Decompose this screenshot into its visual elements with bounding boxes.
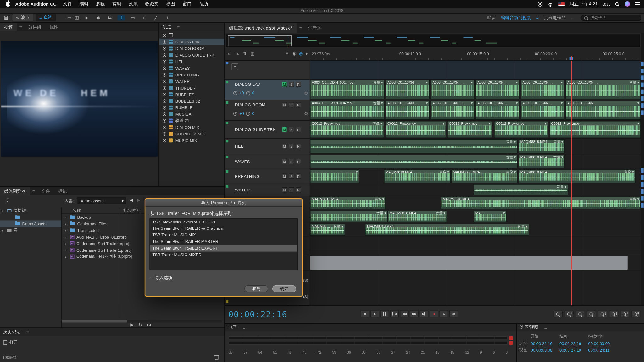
razor-tool[interactable]: ◆	[95, 15, 102, 20]
pan-knob[interactable]	[246, 91, 250, 95]
disclosure-icon[interactable]: ›	[65, 254, 68, 259]
solo-button[interactable]: S	[289, 127, 294, 132]
playhead-time-display[interactable]: 00:00:22:16	[228, 310, 287, 319]
menu-item[interactable]: 效果	[129, 1, 138, 7]
sequence-item[interactable]: The Seam Btwn TRAILER w/ Graphics	[150, 225, 297, 232]
record-arm-button[interactable]: R	[296, 159, 301, 164]
audio-clip[interactable]: A003_C0...13XN_...▾	[431, 80, 475, 99]
audio-clip[interactable]: MAQM8818.MP4音量 ▾	[519, 139, 565, 154]
zoom-selection-button[interactable]: ⊡	[620, 311, 629, 317]
tab-1[interactable]: 视频	[0, 23, 17, 31]
zoom-out-amplitude-button[interactable]: -	[554, 311, 563, 317]
preview-play-icon[interactable]: ▶	[130, 323, 134, 327]
timeline-lane[interactable]: MAQM8818.MP4声像 ▾MAQM8818.MP4声像 ▾	[310, 196, 641, 210]
wifi-icon[interactable]	[547, 2, 554, 6]
audio-clip[interactable]: A003_C0...13XN_0...▾	[431, 101, 475, 120]
clip-dropdown[interactable]: ▾	[637, 101, 639, 105]
audio-clip[interactable]: MAQM8818.MP4声像 ▾	[441, 197, 641, 209]
track-header[interactable]: BREATHINGMSR	[225, 169, 310, 184]
track-list-item[interactable]: HELI	[159, 58, 224, 65]
clip-indicator-left[interactable]	[509, 336, 513, 340]
disclosure-icon[interactable]: ›	[2, 208, 5, 213]
audio-clip[interactable]: 音量 ▾	[474, 184, 568, 195]
track-visibility-icon[interactable]	[163, 119, 166, 123]
panel-menu-icon[interactable]: ≡	[175, 25, 182, 30]
audio-clip[interactable]: MAQM8818.MP4声像 ▾	[519, 169, 636, 183]
video-track-menu-icon[interactable]: ≡	[232, 63, 238, 70]
panel-menu-icon[interactable]: ≡	[30, 189, 37, 194]
menu-item[interactable]: 帮助	[199, 1, 208, 7]
record-arm-button[interactable]: R	[296, 82, 301, 87]
tab-editor[interactable]: 编辑器: short track disbility.sesx *	[225, 23, 297, 33]
audio-clip[interactable]: MAQM8818.MP4音量 ▾	[388, 211, 447, 222]
track-list-item[interactable]: DIALOG BOOM	[159, 45, 224, 52]
disclosure-icon[interactable]: ›	[65, 228, 68, 233]
audio-clip[interactable]: MAQM8818.MP4音量 ▾	[310, 224, 345, 236]
panel-menu-icon[interactable]: ≡	[17, 25, 25, 30]
monitoring-icon[interactable]: ◉	[292, 51, 296, 56]
mute-button[interactable]: M	[282, 159, 287, 164]
record-arm-button[interactable]: R	[296, 102, 301, 107]
media-tree-item[interactable]: Demo Assets	[0, 220, 61, 227]
menu-item[interactable]: 编辑	[80, 1, 89, 7]
record-button[interactable]: ●	[430, 310, 438, 317]
mute-button[interactable]: M	[282, 143, 287, 149]
marker-icon[interactable]: ♦	[306, 51, 308, 56]
menu-item[interactable]: 收藏夹	[145, 1, 159, 7]
zoom-out-time-button[interactable]: -	[576, 311, 585, 317]
timeline-lane[interactable]: MAQM8818.MP4音量 ▾MAQM8818.MP4音量 ▾	[310, 223, 641, 236]
auto-scroll-icon[interactable]: ⇄	[228, 51, 231, 56]
track-header[interactable]: DIALOG GUIDE TRKMSR	[225, 121, 310, 138]
timeline-lane[interactable]	[310, 271, 641, 305]
tab-mixer[interactable]: 混音器	[304, 23, 325, 33]
audio-clip[interactable]: A003_C0...13XN_...▾	[386, 80, 430, 99]
audio-clip[interactable]: ▾	[310, 169, 359, 183]
track-visibility-icon[interactable]	[163, 99, 166, 103]
mute-button[interactable]: M	[282, 187, 287, 192]
import-options-toggle[interactable]: ›导入选项	[150, 275, 297, 281]
fx-rack-icon[interactable]: fx	[236, 51, 239, 56]
ok-button[interactable]: 确定	[272, 285, 296, 292]
audio-clip[interactable]: 音量 ▾	[310, 139, 517, 154]
menu-item[interactable]: 视图	[166, 1, 175, 7]
track-list-video-track[interactable]	[159, 32, 224, 39]
clip-dropdown[interactable]: 音量 ▾	[373, 101, 383, 105]
timeline-lane[interactable]: ▾MAQM8818.MP4声像 ▾MAQM8818.MP4声像 ▾MAQM881…	[310, 169, 641, 184]
solo-button[interactable]: S	[289, 159, 294, 164]
clip-indicator-right[interactable]	[509, 341, 513, 345]
dialog-title[interactable]: 导入 Premiere Pro 序列	[145, 199, 302, 207]
clip-dropdown[interactable]: 音量 ▾	[373, 80, 383, 85]
import-icon[interactable]: ↧	[6, 197, 10, 203]
audio-clip[interactable]: A003_C0...13XN_...▾	[521, 80, 564, 99]
rewind-button[interactable]: ◀◀	[400, 310, 408, 317]
app-name-menu[interactable]: Adobe Audition CC	[15, 2, 56, 7]
tab-3[interactable]: 属性	[46, 23, 63, 31]
timeline-lane[interactable]: A003_C0...13XN_001.mov音量 ▾A003_C0...13XN…	[310, 80, 641, 100]
disclosure-icon[interactable]: ›	[65, 248, 68, 252]
app-status-icon[interactable]	[537, 2, 542, 7]
panel-menu-icon[interactable]: ≡	[24, 330, 31, 335]
solo-button[interactable]: S	[289, 143, 294, 149]
pause-button[interactable]: ▌▌	[380, 310, 389, 317]
track-visibility-icon[interactable]	[163, 53, 166, 57]
marquee-selection-tool[interactable]: ▭	[129, 15, 137, 20]
menubar-user[interactable]: test	[602, 2, 610, 7]
timeline-ruler[interactable]: 23.976 fps 00:00:10:0.000:00:15:0.000:00…	[310, 48, 641, 60]
timeline-lane[interactable]: 音量 ▾MAQM8818.MP4音量 ▾	[310, 139, 641, 154]
workspace-overflow-icon[interactable]: »	[571, 15, 574, 20]
clip-dropdown[interactable]: ▾	[426, 80, 428, 85]
audio-clip[interactable]: C0012_Proxy.mov声像 ▾	[310, 121, 384, 138]
clip-dropdown[interactable]: ▾	[545, 122, 547, 126]
workspace-item[interactable]: 默认	[487, 15, 495, 21]
histogram-icon[interactable]: ▥	[251, 51, 254, 56]
move-tool[interactable]: ►	[83, 15, 91, 20]
track-visibility-icon[interactable]	[163, 86, 166, 90]
apple-menu-icon[interactable]	[6, 2, 10, 7]
track-list-item[interactable]: BREATHING	[159, 71, 224, 78]
track-list-item[interactable]: THUNDER	[159, 85, 224, 91]
panel-menu-icon[interactable]: ≡	[297, 25, 304, 30]
monitor-input-icon[interactable]: ((•))	[304, 91, 307, 94]
menu-item[interactable]: 窗口	[182, 1, 192, 7]
zoom-full-button[interactable]: ≡	[631, 311, 641, 317]
tab-2[interactable]: 效果组	[24, 23, 45, 31]
